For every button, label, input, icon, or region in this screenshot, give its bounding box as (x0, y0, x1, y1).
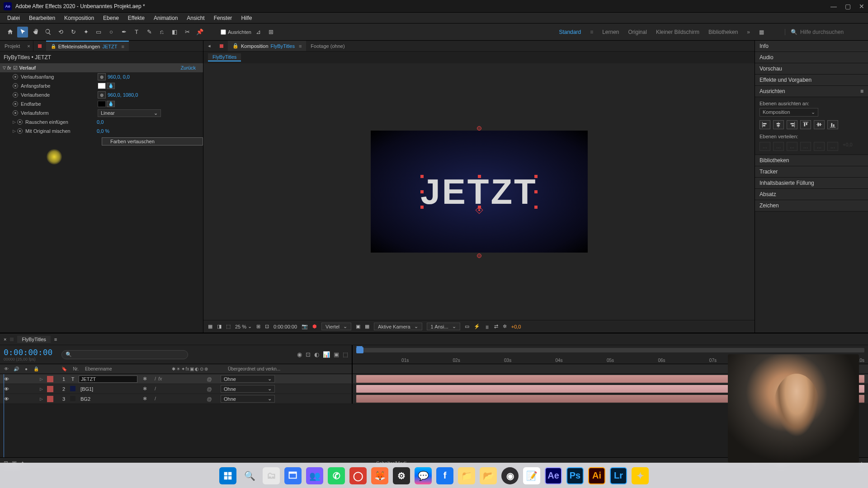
comp-back-icon[interactable]: ◂ (203, 41, 215, 51)
tab-footage[interactable]: Footage (ohne) (306, 41, 349, 51)
layer-color-swatch[interactable] (47, 376, 53, 382)
tab-projekt[interactable]: Projekt (0, 41, 24, 51)
maximize-button[interactable]: ▢ (845, 3, 851, 10)
layer-color-swatch[interactable] (47, 386, 53, 392)
expand-icon[interactable]: ▷ (13, 120, 17, 124)
reset-button[interactable]: Zurück (180, 65, 200, 70)
stopwatch-icon[interactable] (13, 92, 18, 98)
selection-handle[interactable] (534, 206, 538, 209)
panel-menu-icon[interactable]: ≡ (860, 88, 863, 94)
workspace-bibliotheken[interactable]: Bibliotheken (708, 29, 738, 35)
snap-checkbox[interactable]: Ausrichten (221, 29, 251, 35)
workspace-standard[interactable]: Standard (559, 29, 581, 35)
crosshair-icon[interactable]: ⊕ (98, 91, 106, 99)
roto-tool[interactable]: ✂ (182, 27, 193, 38)
stopwatch-icon[interactable] (17, 119, 23, 125)
pixel-aspect-icon[interactable]: ▭ (465, 324, 469, 329)
selection-handle[interactable] (420, 175, 424, 178)
panel-bibliotheken[interactable]: Bibliotheken (755, 155, 868, 166)
flowchart-icon[interactable]: ⇄ (494, 324, 498, 329)
tl-graph-icon[interactable]: 📊 (323, 351, 330, 358)
tl-menu-icon[interactable]: ≡ (54, 337, 57, 342)
taskbar-search[interactable]: 🔍 (241, 467, 258, 484)
panel-vorschau[interactable]: Vorschau (755, 63, 868, 75)
menu-effekte[interactable]: Effekte (123, 14, 149, 23)
menu-fenster[interactable]: Fenster (209, 14, 237, 23)
app-icon[interactable]: ✦ (632, 467, 649, 484)
effect-verlauf-header[interactable]: ▽ fx ☑ Verlauf Zurück (0, 63, 203, 72)
notepad-icon[interactable]: 📝 (523, 467, 540, 484)
fast-preview-icon[interactable]: ⚡ (474, 324, 480, 329)
views-select[interactable]: 1 Ansi...⌄ (427, 323, 460, 330)
align-target-select[interactable]: Komposition⌄ (760, 108, 818, 117)
panel-ausrichten[interactable]: Ausrichten≡ (755, 86, 868, 97)
explorer-icon[interactable]: 🗔 (284, 467, 302, 484)
whatsapp-icon[interactable]: ✆ (328, 467, 345, 484)
verlaufsende-value[interactable]: 960,0, 1080,0 (108, 92, 138, 98)
workspace-kleiner[interactable]: Kleiner Bildschirm (656, 29, 699, 35)
menu-bearbeiten[interactable]: Bearbeiten (24, 14, 60, 23)
stamp-tool[interactable]: ⎌ (156, 27, 167, 38)
app-icon[interactable]: ⚙ (393, 467, 410, 484)
verlaufsanfang-value[interactable]: 960,0, 0,0 (108, 74, 130, 80)
stopwatch-icon[interactable] (17, 128, 23, 134)
menu-datei[interactable]: Datei (3, 14, 24, 23)
exposure-value[interactable]: +0,0 (511, 324, 521, 329)
panel-info[interactable]: Info (755, 41, 868, 52)
menu-hilfe[interactable]: Hilfe (236, 14, 256, 23)
resolution-select[interactable]: Viertel⌄ (321, 323, 351, 330)
expand-icon[interactable]: ▷ (40, 397, 44, 401)
stopwatch-icon[interactable] (13, 74, 18, 80)
panel-tracker[interactable]: Tracker (755, 166, 868, 178)
ellipse-tool[interactable]: ○ (106, 27, 117, 38)
transparency-icon[interactable]: ▦ (365, 324, 369, 329)
snap-opts-icon[interactable]: ⊿ (253, 27, 264, 38)
parent-select[interactable]: Ohne⌄ (221, 385, 275, 393)
firefox-icon[interactable]: 🦊 (371, 467, 388, 484)
parent-select[interactable]: Ohne⌄ (221, 375, 275, 383)
stopwatch-icon[interactable] (13, 110, 18, 116)
stopwatch-icon[interactable] (13, 83, 18, 89)
layer-name[interactable]: [BG1] (79, 386, 137, 392)
eye-column-icon[interactable]: 👁 (3, 366, 10, 371)
tl-draft-icon[interactable]: ⊡ (306, 351, 311, 358)
timeline-tab[interactable]: FlyByTitles (17, 336, 50, 343)
app-icon[interactable]: ◯ (349, 467, 367, 484)
res-grid-icon[interactable]: ⊞ (256, 324, 260, 329)
menu-animation[interactable]: Animation (149, 14, 182, 23)
menu-ebene[interactable]: Ebene (99, 14, 123, 23)
ramp-end-handle[interactable] (477, 253, 481, 258)
brush-tool[interactable]: ✎ (144, 27, 155, 38)
eyedropper-icon[interactable]: 💧 (107, 101, 115, 107)
eraser-tool[interactable]: ◧ (169, 27, 180, 38)
menu-ansicht[interactable]: Ansicht (182, 14, 209, 23)
tab-effekteinstellungen[interactable]: 🔒 Effekteinstellungen JETZT ≡ (46, 41, 129, 51)
workspace-original[interactable]: Original (628, 29, 647, 35)
align-bottom-icon[interactable] (827, 120, 838, 129)
mischen-value[interactable]: 0,0 % (97, 128, 109, 134)
align-right-icon[interactable] (787, 120, 797, 129)
orbit-tool[interactable]: ⟲ (55, 27, 66, 38)
folder-icon[interactable]: 📂 (480, 467, 497, 484)
illustrator-icon[interactable]: Ai (588, 467, 605, 484)
selection-handle[interactable] (534, 175, 538, 178)
timecode-display[interactable]: 0:00:00:00 (274, 324, 297, 329)
layer-name[interactable]: BG2 (79, 396, 137, 402)
puppet-tool[interactable]: 📌 (194, 27, 205, 38)
parent-select[interactable]: Ohne⌄ (221, 395, 275, 403)
end-color-swatch[interactable] (98, 101, 106, 107)
help-search-input[interactable] (800, 29, 863, 35)
panel-effekte[interactable]: Effekte und Vorgaben (755, 75, 868, 86)
layer-color-swatch[interactable] (47, 396, 53, 402)
zoom-level[interactable]: 25 % ⌄ (235, 324, 252, 329)
photoshop-icon[interactable]: Ps (566, 467, 584, 484)
workspace-lernen[interactable]: Lernen (602, 29, 619, 35)
panel-audio[interactable]: Audio (755, 52, 868, 63)
lightroom-icon[interactable]: Lr (610, 467, 627, 484)
ramp-start-handle[interactable] (477, 126, 481, 131)
timecode[interactable]: 0:00:00:00 (4, 347, 52, 357)
roi-icon[interactable]: ▣ (356, 324, 360, 329)
channel-icon[interactable]: ⬢ (312, 324, 317, 329)
eyedropper-icon[interactable]: 💧 (107, 83, 115, 89)
stopwatch-icon[interactable] (13, 101, 18, 107)
